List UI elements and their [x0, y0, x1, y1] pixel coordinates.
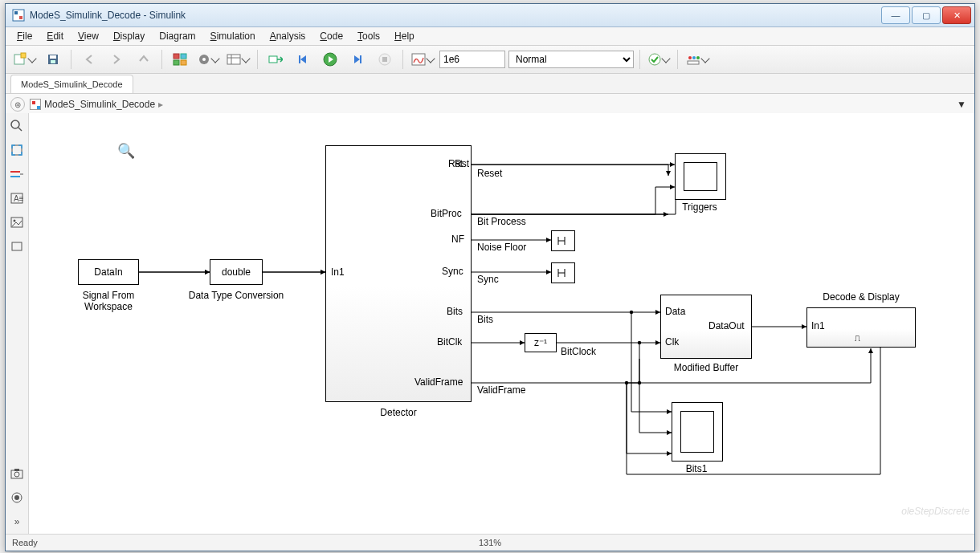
svg-rect-17: [269, 56, 277, 63]
canvas[interactable]: 🔍: [29, 113, 974, 535]
menu-tools[interactable]: Tools: [351, 29, 386, 43]
record-button[interactable]: [9, 490, 25, 506]
menu-diagram[interactable]: Diagram: [153, 29, 202, 43]
menu-display[interactable]: Display: [107, 29, 151, 43]
screenshot-button[interactable]: [9, 466, 25, 482]
label-bits1: Bits1: [632, 463, 761, 474]
stop-button[interactable]: [373, 49, 397, 70]
status-zoom: 131%: [479, 538, 501, 547]
data-inspector-button[interactable]: [409, 49, 436, 70]
menu-edit[interactable]: Edit: [40, 29, 70, 43]
sig-bitprocess: Bit Process: [477, 216, 526, 227]
breadcrumb-root[interactable]: ModeS_Simulink_Decode ▸: [30, 99, 163, 110]
step-back-button[interactable]: [291, 49, 315, 70]
window-title: ModeS_Simulink_Decode - Simulink: [30, 10, 881, 21]
svg-point-28: [696, 56, 700, 59]
label-modified-buffer: Modified Buffer: [642, 362, 770, 373]
block-unit-delay[interactable]: z⁻¹: [525, 333, 557, 352]
minimize-button[interactable]: —: [881, 6, 910, 24]
update-diagram-button[interactable]: [263, 49, 288, 70]
label-dtc: Data Type Conversion: [172, 290, 300, 301]
expand-button[interactable]: »: [9, 514, 25, 530]
menu-view[interactable]: View: [71, 29, 105, 43]
block-data-type-conversion[interactable]: double: [210, 259, 263, 285]
model-config-button[interactable]: [195, 49, 221, 70]
svg-rect-42: [14, 469, 19, 471]
block-terminator-nf[interactable]: [551, 230, 575, 251]
sample-time-legend-button[interactable]: [9, 166, 25, 182]
svg-rect-18: [299, 55, 300, 63]
watermark: oleStepDiscrete: [901, 506, 970, 517]
library-browser-button[interactable]: [168, 49, 192, 70]
svg-rect-29: [32, 101, 35, 104]
model-tab[interactable]: ModeS_Simulink_Decode: [10, 75, 133, 93]
step-forward-button[interactable]: [345, 49, 370, 70]
new-model-button[interactable]: [10, 49, 38, 70]
menu-help[interactable]: Help: [388, 29, 421, 43]
hide-navigator-button[interactable]: ⊛: [10, 97, 25, 112]
sig-sync: Sync: [477, 274, 499, 285]
port-rst-lbl: Rst: [448, 158, 463, 169]
port-bitclk-lbl: BitClk: [437, 336, 462, 348]
label-detector: Detector: [334, 407, 463, 418]
toolbar: Normal: [6, 46, 974, 74]
block-triggers-scope[interactable]: [675, 153, 726, 200]
run-button[interactable]: [318, 49, 342, 70]
menu-code[interactable]: Code: [313, 29, 349, 43]
port-bitproc-lbl: BitProc: [431, 208, 462, 219]
simulation-mode-select[interactable]: Normal: [508, 51, 634, 68]
port-sync-lbl: Sync: [442, 266, 463, 277]
svg-rect-8: [174, 54, 179, 59]
block-signal-from-workspace[interactable]: DataIn: [78, 259, 139, 285]
port-modbuf-clk: Clk: [665, 336, 679, 348]
checkmark-button[interactable]: [646, 49, 672, 70]
port-validframe-lbl: ValidFrame: [414, 376, 463, 388]
svg-rect-11: [181, 60, 186, 65]
up-button[interactable]: [132, 49, 156, 70]
port-decode-in1: In1: [811, 320, 825, 331]
model-explorer-button[interactable]: [224, 49, 251, 70]
block-terminator-sync[interactable]: [551, 262, 575, 283]
svg-point-39: [14, 220, 16, 222]
svg-point-43: [14, 472, 19, 477]
forward-button[interactable]: [104, 49, 129, 70]
back-button[interactable]: [77, 49, 101, 70]
label-decode-display: Decode & Display: [797, 291, 925, 303]
svg-rect-4: [21, 53, 26, 58]
breadcrumb-root-label: ModeS_Simulink_Decode: [44, 99, 155, 110]
annotation-button[interactable]: A≡: [9, 190, 25, 206]
svg-point-13: [202, 58, 206, 61]
block-bits1-scope[interactable]: [672, 402, 723, 462]
image-button[interactable]: [9, 214, 25, 230]
tabstrip: ModeS_Simulink_Decode: [6, 74, 974, 94]
save-button[interactable]: [41, 49, 65, 70]
svg-text:A≡: A≡: [14, 194, 23, 203]
breadcrumb-bar: ⊛ ModeS_Simulink_Decode ▸ ▼: [6, 94, 974, 116]
breakpoints-button[interactable]: [684, 49, 711, 70]
titlebar[interactable]: ModeS_Simulink_Decode - Simulink — ▢ ✕: [6, 4, 974, 27]
menu-analysis[interactable]: Analysis: [263, 29, 312, 43]
svg-point-31: [11, 120, 19, 128]
fit-to-view-button[interactable]: [9, 142, 25, 158]
svg-rect-7: [51, 60, 55, 63]
svg-point-61: [625, 381, 628, 384]
svg-rect-33: [12, 145, 22, 155]
dropdown-caret-icon[interactable]: ▼: [957, 99, 966, 110]
svg-point-58: [638, 381, 641, 384]
stop-time-input[interactable]: [439, 51, 505, 68]
menu-file[interactable]: File: [10, 29, 39, 43]
area-button[interactable]: [9, 238, 25, 254]
sig-noisefloor: Noise Floor: [477, 242, 526, 253]
svg-rect-6: [50, 55, 56, 59]
maximize-button[interactable]: ▢: [912, 6, 941, 24]
block-double-text: double: [222, 266, 251, 278]
svg-rect-20: [360, 55, 361, 63]
sig-validframe: ValidFrame: [477, 384, 525, 396]
model-icon: [30, 99, 41, 110]
svg-rect-40: [12, 242, 22, 250]
close-button[interactable]: ✕: [942, 6, 971, 24]
menu-simulation[interactable]: Simulation: [204, 29, 262, 43]
zoom-tool-button[interactable]: [9, 118, 25, 134]
svg-point-59: [630, 311, 633, 314]
svg-rect-14: [227, 55, 240, 64]
